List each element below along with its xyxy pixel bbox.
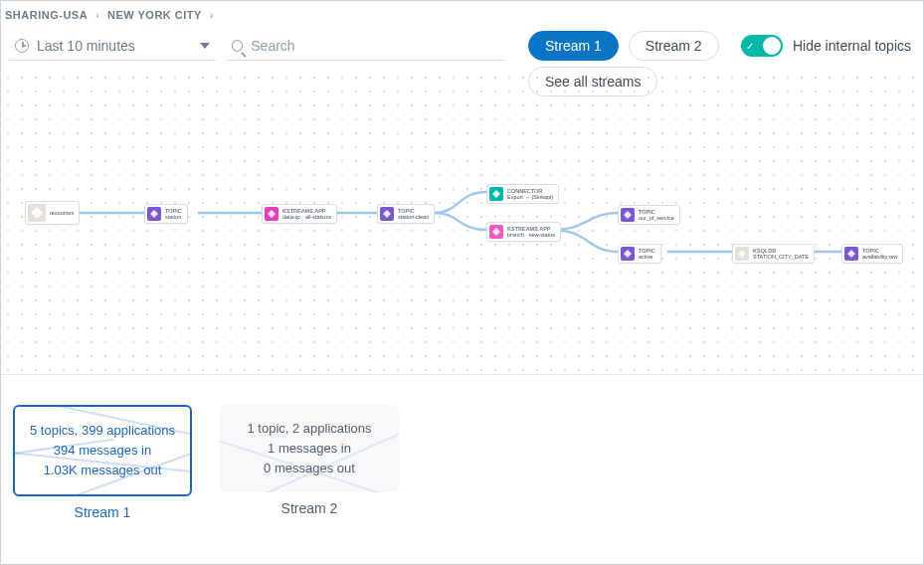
chevron-down-icon: [200, 43, 210, 49]
node-branch[interactable]: KSTREAMS APPbranch · new-status: [486, 222, 561, 242]
stream1-title: Stream 1: [75, 504, 131, 520]
search-box[interactable]: [226, 32, 504, 61]
stream2-title: Stream 2: [281, 500, 338, 516]
topic-icon: [147, 207, 161, 221]
stream-card-2[interactable]: 1 topic, 2 applications 1 messages in 0 …: [220, 405, 399, 520]
kstreams-icon: [265, 207, 278, 221]
stream-card-1[interactable]: 5 topics, 399 applications 394 messages …: [13, 405, 192, 520]
node-out-of-service[interactable]: TOPICout_of_service: [618, 205, 680, 225]
topic-icon: [380, 207, 394, 221]
stream1-msg-in: 394 messages in: [25, 441, 180, 461]
breadcrumb-lvl1[interactable]: SHARING-USA: [5, 9, 88, 21]
chevron-right-icon: ›: [95, 10, 99, 21]
topic-icon: [844, 247, 858, 261]
connector-icon: [489, 187, 503, 201]
stream2-topics: 1 topic, 2 applications: [230, 419, 389, 439]
toolbar: Last 10 minutes Stream 1 Stream 2 See al…: [1, 25, 923, 71]
ksqldb-icon: [735, 247, 749, 261]
hide-internal-toggle-group: Hide internal topics: [741, 35, 911, 57]
node-station[interactable]: TOPICstation: [144, 204, 188, 224]
stream1-topics: 5 topics, 399 applications: [25, 421, 180, 441]
search-icon: [232, 40, 243, 52]
time-range-picker[interactable]: Last 10 minutes: [9, 32, 216, 61]
node-active[interactable]: TOPICactive: [618, 244, 661, 264]
hide-internal-toggle[interactable]: [741, 35, 783, 57]
stream-pills: Stream 1 Stream 2: [528, 31, 719, 61]
node-dataqc[interactable]: KSTREAMS APPdata-qc · all-stations: [262, 204, 337, 224]
lineage-canvas[interactable]: resources TOPICstation KSTREAMS APPdata-…: [1, 71, 923, 375]
topic-icon: [621, 208, 635, 222]
node-connector-export[interactable]: CONNECTORExport → (Sinkapi): [486, 184, 559, 204]
node-ksqldb[interactable]: KSQLDBSTATION_CITY_DATE: [732, 244, 815, 264]
hide-internal-label: Hide internal topics: [793, 38, 911, 54]
node-station-clean[interactable]: TOPICstation-clean: [377, 204, 435, 224]
edges-layer: [1, 71, 923, 374]
search-input[interactable]: [251, 38, 498, 54]
topic-icon: [621, 247, 635, 261]
node-resources[interactable]: resources: [25, 201, 80, 225]
pill-stream2[interactable]: Stream 2: [629, 31, 719, 61]
pill-stream1[interactable]: Stream 1: [528, 31, 619, 61]
stream-summary-row: 5 topics, 399 applications 394 messages …: [1, 375, 923, 532]
clock-icon: [15, 39, 29, 53]
node-availability[interactable]: TOPICavailability.raw: [841, 244, 903, 264]
breadcrumb-lvl2[interactable]: NEW YORK CITY: [107, 9, 202, 21]
breadcrumb: SHARING-USA › NEW YORK CITY ›: [1, 1, 923, 25]
resources-icon: [28, 204, 46, 222]
kstreams-icon: [489, 225, 503, 239]
chevron-right-icon: ›: [210, 10, 214, 21]
time-range-label: Last 10 minutes: [37, 38, 135, 54]
